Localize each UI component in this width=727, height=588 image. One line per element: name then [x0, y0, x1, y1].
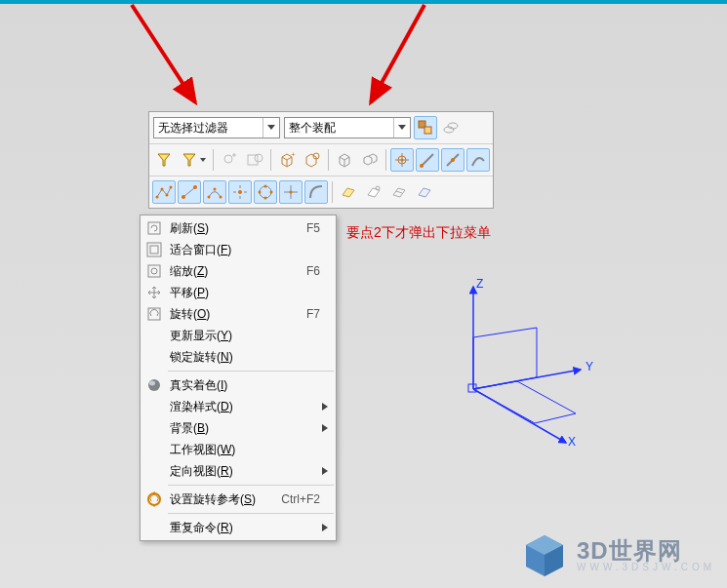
cube-plus-button[interactable]: +	[275, 148, 299, 172]
menu-item-label: 设置旋转参考(S)	[170, 491, 275, 508]
cube-gray-button[interactable]	[333, 148, 356, 172]
snap-cross-button[interactable]	[279, 180, 303, 204]
plane1-button[interactable]	[337, 180, 360, 204]
svg-point-22	[170, 186, 173, 189]
menu-item-5[interactable]: 更新显示(Y)	[141, 325, 336, 346]
menu-item-10[interactable]: 工作视图(W)	[141, 439, 336, 460]
menu-item-11[interactable]: 定向视图(R)	[141, 460, 336, 482]
menu-item-1[interactable]: 适合窗口(F)	[141, 239, 336, 260]
svg-point-26	[208, 196, 211, 199]
svg-point-21	[166, 194, 169, 197]
menu-item-label: 更新显示(Y)	[170, 328, 314, 344]
menu-item-label: 定向视图(R)	[170, 463, 314, 480]
menu-item-label: 缩放(Z)	[170, 263, 301, 280]
cube-target-button[interactable]	[301, 148, 324, 172]
svg-point-18	[451, 158, 455, 162]
svg-point-50	[148, 379, 160, 391]
menu-item-label: 适合窗口(F)	[170, 242, 314, 258]
svg-rect-46	[150, 246, 158, 254]
svg-line-0	[132, 5, 195, 102]
watermark: 3D世界网 WWW.3DSJW.COM	[520, 531, 715, 580]
plane2-button[interactable]	[362, 180, 385, 204]
fit-icon	[144, 240, 164, 259]
plane4-button[interactable]	[413, 180, 436, 204]
chevron-down-icon	[393, 118, 410, 137]
snap-curve-button[interactable]	[466, 148, 490, 172]
svg-point-28	[220, 196, 222, 199]
blank-icon	[144, 418, 164, 438]
svg-text:+: +	[291, 151, 296, 159]
menu-item-6[interactable]: 锁定旋转(N)	[141, 346, 336, 368]
funnel-dropdown-button[interactable]	[178, 148, 209, 172]
svg-point-25	[193, 185, 197, 189]
funnel-button[interactable]	[152, 148, 176, 172]
svg-point-29	[238, 190, 242, 194]
plane3-button[interactable]	[387, 180, 411, 204]
svg-line-15	[422, 154, 433, 166]
blank-icon	[144, 397, 164, 416]
svg-point-10	[255, 154, 263, 162]
grid-target-button[interactable]	[243, 148, 266, 172]
svg-point-51	[149, 381, 155, 386]
watermark-title: 3D世界网	[577, 540, 715, 562]
svg-point-19	[156, 196, 159, 199]
viewport[interactable]: 无选择过滤器 整个装配 +	[0, 4, 727, 588]
assembly-button[interactable]	[414, 116, 437, 139]
snap-point-button[interactable]	[390, 148, 414, 172]
svg-point-16	[420, 164, 424, 168]
menu-item-13[interactable]: 重复命令(R)	[141, 517, 336, 538]
menu-item-label: 背景(B)	[170, 420, 314, 437]
rotate-icon	[144, 304, 164, 324]
csys-triad: Z Y X	[420, 277, 615, 472]
menu-item-4[interactable]: 旋转(O)F7	[141, 303, 336, 325]
capsule-button[interactable]	[439, 116, 463, 139]
snap-polyline-button[interactable]	[152, 180, 176, 204]
menu-item-shortcut: F5	[306, 221, 320, 235]
menu-item-3[interactable]: 平移(P)	[141, 282, 336, 303]
snap-circle-button[interactable]	[254, 180, 277, 204]
context-menu: 刷新(S)F5适合窗口(F)缩放(Z)F6平移(P)旋转(O)F7更新显示(Y)…	[140, 215, 337, 541]
refresh-icon	[144, 218, 164, 238]
blank-icon	[144, 440, 164, 459]
svg-line-1	[371, 5, 424, 102]
menu-item-12[interactable]: 设置旋转参考(S)Ctrl+F2	[141, 489, 336, 510]
scope-select-value: 整个装配	[285, 120, 393, 137]
filter-select[interactable]: 无选择过滤器	[153, 117, 280, 138]
svg-rect-9	[248, 155, 258, 165]
axis-y-label: Y	[586, 360, 593, 373]
svg-line-23	[183, 187, 195, 197]
svg-point-27	[214, 188, 217, 191]
menu-item-2[interactable]: 缩放(Z)F6	[141, 260, 336, 282]
svg-point-6	[224, 155, 232, 163]
menu-item-label: 工作视图(W)	[170, 442, 314, 458]
snap-arc3-button[interactable]	[203, 180, 226, 204]
menu-item-7[interactable]: 真实着色(I)	[141, 374, 336, 396]
svg-rect-44	[148, 222, 160, 234]
snap-arc-button[interactable]	[304, 180, 328, 204]
snap-center-button[interactable]	[228, 180, 252, 204]
menu-item-9[interactable]: 背景(B)	[141, 417, 336, 439]
setref-icon	[144, 490, 164, 509]
menu-item-label: 真实着色(I)	[170, 377, 314, 394]
scope-select[interactable]: 整个装配	[284, 117, 411, 138]
menu-item-8[interactable]: 渲染样式(D)	[141, 396, 336, 417]
shade-icon	[144, 375, 164, 395]
menu-item-shortcut: Ctrl+F2	[281, 492, 320, 506]
chevron-down-icon	[263, 118, 279, 137]
cube-dual-button[interactable]	[358, 148, 382, 172]
watermark-url: WWW.3DSJW.COM	[577, 562, 715, 572]
menu-item-shortcut: F6	[306, 264, 320, 278]
svg-point-36	[270, 191, 273, 194]
menu-separator	[168, 371, 334, 372]
pan-icon	[144, 283, 164, 302]
snap-mid-button[interactable]	[441, 148, 464, 172]
submenu-arrow-icon	[320, 403, 330, 411]
menu-item-0[interactable]: 刷新(S)F5	[141, 217, 336, 239]
blank-icon	[144, 347, 164, 367]
logo-cube-icon	[520, 531, 569, 580]
annotation-text: 要点2下才弹出下拉菜单	[346, 223, 493, 241]
target-plus-button[interactable]	[218, 148, 241, 172]
snap-seg-button[interactable]	[178, 180, 201, 204]
snap-edge-button[interactable]	[416, 148, 439, 172]
blank-icon	[144, 518, 164, 537]
